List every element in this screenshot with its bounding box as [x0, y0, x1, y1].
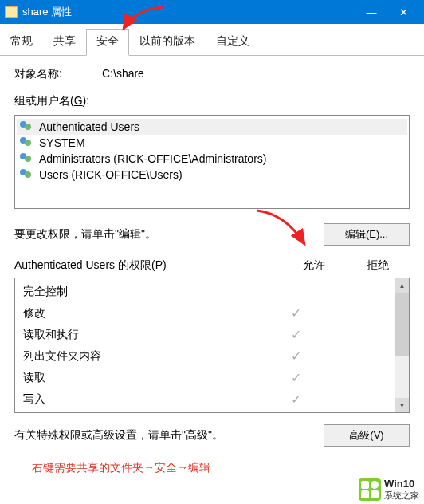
perm-row: 列出文件夹内容 ✓: [15, 345, 395, 367]
content-pane: 对象名称: C:\share 组或用户名(G): Authenticated U…: [0, 56, 424, 482]
watermark: Win10 系统之家: [355, 476, 422, 502]
tab-previous-versions[interactable]: 以前的版本: [129, 29, 206, 56]
advanced-row: 有关特殊权限或高级设置，请单击"高级"。 高级(V): [14, 424, 410, 447]
object-name-label: 对象名称:: [14, 67, 102, 81]
list-item[interactable]: SYSTEM: [17, 135, 407, 151]
watermark-logo-icon: [359, 478, 381, 501]
advanced-button[interactable]: 高级(V): [324, 424, 410, 447]
permissions-listbox: 完全控制 修改 ✓ 读取和执行 ✓ 列出文件夹内容 ✓ 读取 ✓: [14, 278, 410, 413]
perm-row: 完全控制: [15, 282, 395, 302]
groups-label: 组或用户名(G):: [14, 94, 410, 108]
advanced-text: 有关特殊权限或高级设置，请单击"高级"。: [14, 428, 324, 443]
object-name-value: C:\share: [102, 67, 144, 81]
close-button[interactable]: ✕: [387, 0, 419, 24]
perm-header: Authenticated Users 的权限(P) 允许 拒绝: [14, 258, 410, 273]
folder-icon: [5, 6, 18, 18]
tab-strip: 常规 共享 安全 以前的版本 自定义: [0, 24, 424, 56]
list-item[interactable]: Administrators (RICK-OFFICE\Administrato…: [17, 151, 407, 167]
perm-scroll-area: 完全控制 修改 ✓ 读取和执行 ✓ 列出文件夹内容 ✓ 读取 ✓: [15, 278, 395, 412]
perm-header-allow: 允许: [282, 258, 346, 273]
edit-row: 要更改权限，请单击"编辑"。 编辑(E)...: [14, 223, 410, 246]
tab-general[interactable]: 常规: [0, 29, 43, 56]
scrollbar[interactable]: ▲ ▼: [395, 278, 409, 412]
edit-text: 要更改权限，请单击"编辑"。: [14, 227, 324, 242]
window-title: share 属性: [22, 5, 355, 19]
scroll-thumb[interactable]: [395, 293, 409, 356]
edit-button[interactable]: 编辑(E)...: [324, 223, 410, 246]
object-name-row: 对象名称: C:\share: [14, 67, 410, 81]
users-icon: [20, 153, 34, 164]
groups-listbox[interactable]: Authenticated Users SYSTEM Administrator…: [14, 115, 410, 209]
perm-row: 修改 ✓: [15, 302, 395, 324]
tab-sharing[interactable]: 共享: [43, 29, 86, 56]
scroll-down-icon[interactable]: ▼: [395, 398, 409, 412]
perm-header-left: Authenticated Users 的权限(P): [14, 258, 282, 273]
perm-row: 读取和执行 ✓: [15, 324, 395, 345]
tab-security[interactable]: 安全: [86, 29, 129, 56]
titlebar: share 属性 — ✕: [0, 0, 424, 24]
tab-customize[interactable]: 自定义: [206, 29, 260, 56]
perm-row: 写入 ✓: [15, 388, 395, 410]
footer-note: 右键需要共享的文件夹→安全→编辑: [14, 461, 410, 475]
users-icon: [20, 121, 34, 132]
watermark-text: Win10 系统之家: [384, 478, 419, 501]
scroll-track[interactable]: [395, 293, 409, 398]
perm-row: 读取 ✓: [15, 367, 395, 388]
list-item[interactable]: Users (RICK-OFFICE\Users): [17, 167, 407, 183]
list-item[interactable]: Authenticated Users: [17, 119, 407, 135]
scroll-up-icon[interactable]: ▲: [395, 278, 409, 293]
minimize-button[interactable]: —: [355, 0, 387, 24]
users-icon: [20, 169, 34, 180]
users-icon: [20, 137, 34, 148]
perm-header-deny: 拒绝: [346, 258, 410, 273]
